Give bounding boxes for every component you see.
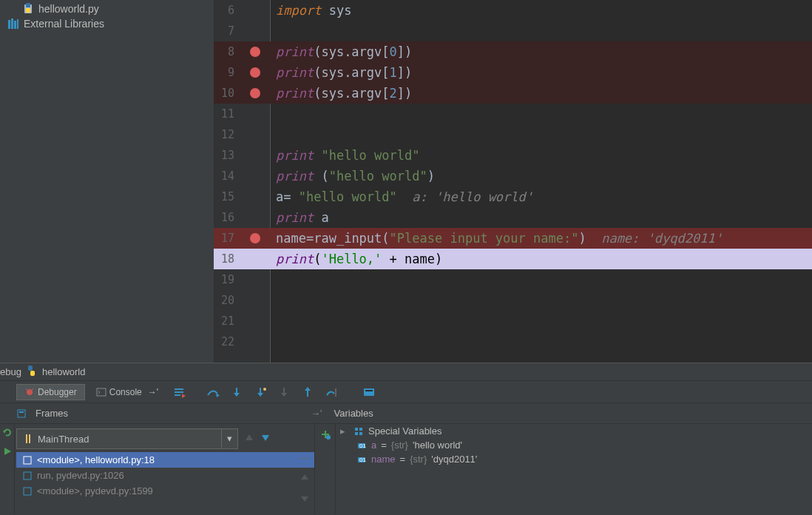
breakpoint-gutter[interactable] xyxy=(240,104,270,124)
breakpoint-gutter[interactable] xyxy=(240,228,270,249)
line-number[interactable]: 9 xyxy=(214,62,240,83)
line-number[interactable]: 12 xyxy=(214,124,240,145)
console-tab[interactable]: Console →' xyxy=(88,384,166,400)
code-line[interactable]: print(sys.argv[1]) xyxy=(270,62,812,83)
tree-file-item[interactable]: helloworld.py xyxy=(0,1,214,16)
code-line[interactable]: print('Hello,' + name) xyxy=(270,249,812,269)
breakpoint-gutter[interactable] xyxy=(240,62,270,83)
run-to-cursor-button[interactable] xyxy=(322,383,342,401)
code-line[interactable]: print ("hello world") xyxy=(270,166,812,186)
code-line[interactable] xyxy=(270,290,812,311)
svg-marker-35 xyxy=(246,434,253,440)
scroll-up-icon[interactable] xyxy=(300,472,310,485)
breakpoint-gutter[interactable] xyxy=(240,249,270,269)
evaluate-expression-button[interactable] xyxy=(359,383,379,401)
svg-line-10 xyxy=(26,388,27,390)
line-number[interactable]: 13 xyxy=(214,145,240,166)
code-line[interactable]: name=raw_input("Please input your name:"… xyxy=(270,228,812,249)
step-out-button[interactable] xyxy=(298,383,319,401)
expand-icon[interactable]: ▸ xyxy=(340,425,349,437)
svg-marker-16 xyxy=(182,394,186,398)
breakpoint-icon[interactable] xyxy=(250,88,260,98)
force-step-into-button[interactable] xyxy=(274,383,295,401)
breakpoint-gutter[interactable] xyxy=(240,207,270,228)
code-line[interactable]: print(sys.argv[2]) xyxy=(270,83,812,104)
breakpoint-gutter[interactable] xyxy=(240,166,270,186)
svg-rect-27 xyxy=(19,411,24,413)
frame-item[interactable]: <module>, pydevd.py:1599 xyxy=(16,483,314,499)
new-watch-button[interactable] xyxy=(317,425,334,443)
line-number[interactable]: 16 xyxy=(214,207,240,228)
frame-item[interactable]: <module>, helloworld.py:18 xyxy=(16,452,314,468)
line-number[interactable]: 10 xyxy=(214,83,240,104)
show-exec-point-button[interactable] xyxy=(169,383,190,401)
line-number[interactable]: 15 xyxy=(214,186,240,207)
line-number[interactable]: 20 xyxy=(214,290,240,311)
code-line[interactable]: import sys xyxy=(270,0,812,21)
next-frame-button[interactable] xyxy=(259,431,272,447)
breakpoint-gutter[interactable] xyxy=(240,41,270,62)
breakpoint-gutter[interactable] xyxy=(240,145,270,166)
line-number[interactable]: 8 xyxy=(214,41,240,62)
code-line[interactable] xyxy=(270,124,812,145)
restore-layout-icon[interactable]: →' xyxy=(311,408,322,419)
code-line[interactable]: print "hello world" xyxy=(270,145,812,166)
editor-gutter[interactable]: 678910111213141516171819202122 xyxy=(214,0,270,363)
code-line[interactable]: print(sys.argv[0]) xyxy=(270,41,812,62)
svg-marker-36 xyxy=(262,435,269,441)
breakpoint-gutter[interactable] xyxy=(240,186,270,207)
code-line[interactable] xyxy=(270,104,812,124)
debugger-tab[interactable]: Debugger xyxy=(16,384,85,400)
code-line[interactable]: print a xyxy=(270,207,812,228)
breakpoint-gutter[interactable] xyxy=(240,311,270,331)
line-number[interactable]: 19 xyxy=(214,269,240,290)
step-into-button[interactable] xyxy=(227,383,248,401)
svg-rect-7 xyxy=(28,366,33,371)
code-line[interactable] xyxy=(270,269,812,290)
line-number[interactable]: 14 xyxy=(214,166,240,186)
line-number[interactable]: 7 xyxy=(214,21,240,41)
panels-header: Frames →' Variables xyxy=(0,403,812,424)
breakpoint-gutter[interactable] xyxy=(240,331,270,352)
code-editor[interactable]: 678910111213141516171819202122 import sy… xyxy=(214,0,812,363)
line-number[interactable]: 18 xyxy=(214,249,240,269)
breakpoint-gutter[interactable] xyxy=(240,269,270,290)
variable-row[interactable]: 01 a = {str} 'hello world' xyxy=(336,438,812,452)
svg-rect-12 xyxy=(97,388,106,396)
thread-dropdown-button[interactable]: ▾ xyxy=(221,429,237,448)
frame-item[interactable]: run, pydevd.py:1026 xyxy=(16,468,314,483)
breakpoint-gutter[interactable] xyxy=(240,83,270,104)
drag-handle-icon[interactable]: — xyxy=(300,452,310,463)
tree-lib-item[interactable]: External Libraries xyxy=(0,16,214,31)
line-number[interactable]: 21 xyxy=(214,311,240,331)
prev-frame-button[interactable] xyxy=(243,431,256,447)
breakpoint-icon[interactable] xyxy=(250,67,260,78)
code-area[interactable]: import sysprint(sys.argv[0])print(sys.ar… xyxy=(270,0,812,363)
tree-lib-label: External Libraries xyxy=(24,18,104,30)
code-line[interactable] xyxy=(270,21,812,41)
code-line[interactable] xyxy=(270,311,812,331)
scroll-down-icon[interactable] xyxy=(300,494,310,506)
code-line[interactable] xyxy=(270,331,812,352)
variable-row[interactable]: 01 name = {str} 'dyqd2011' xyxy=(336,452,812,466)
line-number[interactable]: 17 xyxy=(214,228,240,249)
step-over-button[interactable] xyxy=(203,383,224,401)
breakpoint-icon[interactable] xyxy=(250,233,260,243)
breakpoint-gutter[interactable] xyxy=(240,21,270,41)
breakpoint-gutter[interactable] xyxy=(240,290,270,311)
step-into-my-code-button[interactable] xyxy=(251,383,271,401)
thread-selector[interactable]: MainThread ▾ xyxy=(16,428,238,449)
output-icon: →' xyxy=(148,387,158,397)
breakpoint-icon[interactable] xyxy=(250,47,260,57)
line-number[interactable]: 6 xyxy=(214,0,240,21)
svg-rect-15 xyxy=(175,394,180,396)
svg-rect-25 xyxy=(365,390,373,391)
line-number[interactable]: 22 xyxy=(214,331,240,352)
special-vars-row[interactable]: ▸ Special Variables xyxy=(336,424,812,438)
rerun-button[interactable] xyxy=(1,425,14,439)
code-line[interactable]: a= "hello world" a: 'hello world' xyxy=(270,186,812,207)
breakpoint-gutter[interactable] xyxy=(240,0,270,21)
resume-button[interactable] xyxy=(1,445,14,458)
line-number[interactable]: 11 xyxy=(214,104,240,124)
breakpoint-gutter[interactable] xyxy=(240,124,270,145)
